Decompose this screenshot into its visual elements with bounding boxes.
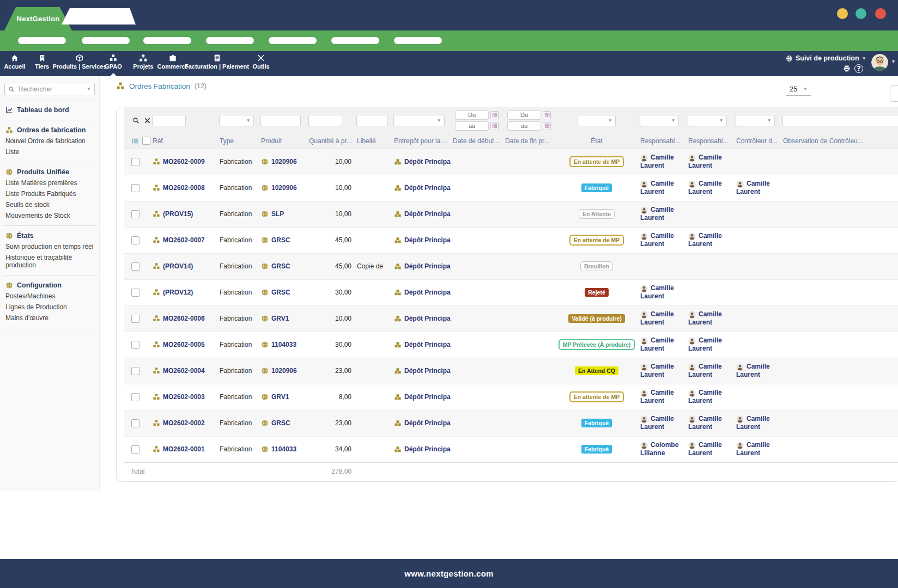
responsible-2-link[interactable]: CamilleLaurent — [688, 232, 732, 248]
sidebar-search[interactable]: ▼ — [4, 83, 95, 95]
controller-link[interactable]: CamilleLaurent — [736, 363, 779, 379]
search-input[interactable] — [17, 85, 84, 94]
date-to-input[interactable] — [455, 121, 489, 131]
product-link[interactable]: 1020906 — [261, 367, 305, 375]
responsible-1-link[interactable]: CamilleLaurent — [640, 206, 684, 222]
order-ref-link[interactable]: MO2602-0005 — [153, 341, 215, 348]
responsible-1-link[interactable]: CamilleLaurent — [640, 154, 684, 170]
responsible-1-link[interactable]: CamilleLaurent — [640, 415, 684, 431]
calendar-icon[interactable] — [490, 122, 499, 130]
warehouse-link[interactable]: Dépôt Principal — [394, 315, 448, 322]
footer-url[interactable]: www.nextgestion.com — [404, 569, 494, 578]
menu-pill[interactable] — [206, 37, 254, 44]
row-checkbox[interactable] — [131, 262, 139, 271]
column-header[interactable]: État — [555, 133, 638, 149]
help-icon[interactable]: ? — [854, 64, 863, 73]
menu-pill[interactable] — [394, 37, 442, 44]
product-link[interactable]: GRSC — [261, 289, 305, 296]
brand-logo[interactable]: NextGestion — [4, 7, 72, 30]
column-filter-input[interactable] — [152, 115, 186, 126]
responsible-2-link[interactable]: CamilleLaurent — [688, 154, 732, 170]
product-link[interactable]: 1020906 — [261, 184, 305, 192]
page-title[interactable]: Ordres Fabrication — [129, 82, 190, 90]
sidebar-link[interactable]: Suivi production en temps réel — [0, 241, 99, 252]
product-link[interactable]: GRV1 — [261, 315, 305, 322]
responsible-2-link[interactable]: CamilleLaurent — [688, 441, 732, 457]
responsible-2-link[interactable]: CamilleLaurent — [688, 389, 732, 405]
column-header[interactable]: Contrôleur d... — [734, 133, 781, 149]
page-size-selector[interactable]: 25 ▼ — [786, 85, 811, 96]
column-filter-input[interactable] — [356, 115, 388, 126]
controller-link[interactable]: CamilleLaurent — [736, 415, 779, 431]
product-link[interactable]: GRV1 — [261, 393, 305, 401]
menu-pill[interactable] — [18, 37, 66, 44]
column-header[interactable]: Observation de Contrôleu... — [781, 133, 898, 149]
responsible-2-link[interactable]: CamilleLaurent — [688, 415, 732, 431]
date-from-input[interactable] — [455, 111, 489, 120]
product-link[interactable]: GRSC — [261, 262, 305, 270]
row-checkbox[interactable] — [131, 236, 139, 244]
window-dot-yellow[interactable] — [837, 8, 848, 19]
responsible-1-link[interactable]: CamilleLaurent — [640, 284, 684, 301]
warehouse-link[interactable]: Dépôt Principal — [394, 184, 448, 192]
nav-item-sitemap[interactable]: Projets — [133, 54, 153, 70]
calendar-icon[interactable] — [490, 111, 499, 119]
sidebar-link[interactable]: Mains d'œuvre — [0, 313, 99, 323]
nav-item-home[interactable]: Accueil — [4, 54, 25, 70]
column-header[interactable]: Libellé — [355, 133, 392, 149]
order-ref-link[interactable]: MO2602-0009 — [153, 158, 215, 166]
sidebar-link[interactable]: Liste — [0, 146, 99, 157]
nav-item-cubes[interactable]: GPAO — [105, 54, 122, 70]
row-checkbox[interactable] — [131, 315, 139, 323]
column-header[interactable]: Quantité à pr... — [307, 133, 355, 149]
overflow-button[interactable] — [890, 85, 898, 102]
order-ref-link[interactable]: MO2602-0006 — [153, 315, 215, 322]
warehouse-link[interactable]: Dépôt Principal — [394, 393, 448, 401]
sidebar-section-title[interactable]: Produits Unifiée — [0, 167, 99, 177]
column-filter-select[interactable]: ▼ — [578, 115, 616, 126]
row-checkbox[interactable] — [131, 158, 139, 166]
sidebar-link[interactable]: Postes/Machines — [0, 291, 99, 302]
warehouse-link[interactable]: Dépôt Principal — [394, 236, 448, 244]
sidebar-section-title[interactable]: États — [0, 230, 99, 241]
menu-pill[interactable] — [269, 37, 317, 44]
product-link[interactable]: GRSC — [261, 236, 305, 244]
column-header[interactable]: Produit — [259, 133, 307, 149]
responsible-2-link[interactable]: CamilleLaurent — [688, 310, 732, 327]
responsible-1-link[interactable]: CamilleLaurent — [640, 310, 684, 327]
row-checkbox[interactable] — [131, 184, 139, 192]
column-filter-input[interactable] — [308, 115, 342, 126]
responsible-1-link[interactable]: CamilleLaurent — [640, 336, 684, 353]
printer-icon[interactable] — [843, 65, 851, 72]
column-header[interactable]: Date de fin pr... — [503, 133, 555, 149]
row-checkbox[interactable] — [131, 393, 139, 401]
column-header[interactable]: Responsabl... — [686, 133, 734, 149]
order-ref-link[interactable]: (PROV12) — [153, 289, 215, 296]
sidebar-link[interactable]: Nouvel Ordre de fabrication — [0, 136, 99, 146]
user-avatar[interactable] — [871, 54, 888, 71]
sidebar-link[interactable]: Liste Matières premières — [0, 177, 99, 188]
select-all-checkbox[interactable] — [142, 137, 150, 145]
menu-pill[interactable] — [331, 37, 379, 44]
secondary-tab[interactable] — [62, 8, 136, 24]
nav-item-building[interactable]: Tiers — [35, 54, 49, 70]
sidebar-link[interactable]: Liste Produits Fabriqués — [0, 188, 99, 199]
column-filter-input[interactable] — [782, 115, 898, 126]
warehouse-link[interactable]: Dépôt Principal — [394, 341, 448, 348]
responsible-2-link[interactable]: CamilleLaurent — [688, 363, 732, 379]
responsible-1-link[interactable]: CamilleLaurent — [640, 389, 684, 405]
menu-pill[interactable] — [143, 37, 191, 44]
row-checkbox[interactable] — [131, 341, 139, 349]
nav-item-tools[interactable]: Outils — [252, 54, 269, 70]
row-checkbox[interactable] — [131, 445, 139, 454]
sidebar-section-title[interactable]: Configuration — [0, 280, 99, 291]
warehouse-link[interactable]: Dépôt Principal — [394, 210, 448, 218]
column-filter-select[interactable]: ▼ — [688, 115, 727, 126]
nav-item-briefcase[interactable]: Commerce — [157, 54, 189, 70]
responsible-2-link[interactable]: CamilleLaurent — [688, 180, 732, 196]
order-ref-link[interactable]: MO2602-0008 — [153, 184, 215, 192]
column-header[interactable]: Date de début... — [451, 133, 503, 149]
warehouse-link[interactable]: Dépôt Principal — [394, 262, 448, 270]
order-ref-link[interactable]: MO2602-0002 — [153, 419, 215, 427]
window-dot-red[interactable] — [875, 8, 886, 19]
